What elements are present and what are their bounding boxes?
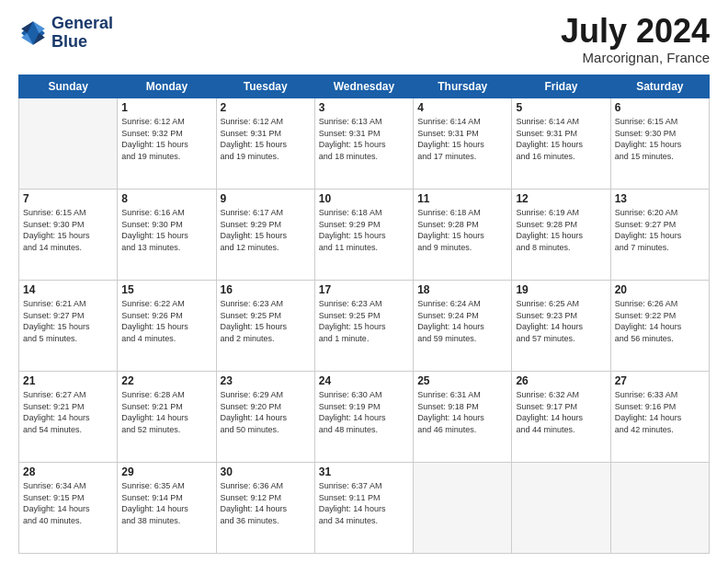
table-row: 3Sunrise: 6:13 AM Sunset: 9:31 PM Daylig… (314, 98, 413, 190)
table-row (19, 98, 118, 190)
logo-line1: General (51, 15, 113, 33)
day-number: 8 (121, 192, 211, 205)
cell-details: Sunrise: 6:16 AM Sunset: 9:30 PM Dayligh… (121, 207, 211, 253)
table-row: 10Sunrise: 6:18 AM Sunset: 9:29 PM Dayli… (314, 190, 413, 281)
day-number: 16 (221, 283, 311, 296)
cell-details: Sunrise: 6:15 AM Sunset: 9:30 PM Dayligh… (23, 207, 113, 253)
day-number: 23 (221, 374, 311, 387)
month-year: July 2024 (561, 15, 710, 48)
day-number: 11 (417, 192, 507, 205)
col-wednesday: Wednesday (314, 75, 413, 98)
calendar-week-row: 21Sunrise: 6:27 AM Sunset: 9:21 PM Dayli… (19, 372, 710, 463)
cell-details: Sunrise: 6:17 AM Sunset: 9:29 PM Dayligh… (221, 207, 311, 253)
day-number: 27 (615, 374, 705, 387)
table-row: 29Sunrise: 6:35 AM Sunset: 9:14 PM Dayli… (118, 463, 216, 554)
day-number: 7 (23, 192, 113, 205)
table-row: 17Sunrise: 6:23 AM Sunset: 9:25 PM Dayli… (314, 281, 413, 372)
table-row: 6Sunrise: 6:15 AM Sunset: 9:30 PM Daylig… (610, 98, 709, 190)
table-row: 5Sunrise: 6:14 AM Sunset: 9:31 PM Daylig… (512, 98, 610, 190)
table-row: 12Sunrise: 6:19 AM Sunset: 9:28 PM Dayli… (512, 190, 610, 281)
day-number: 3 (319, 101, 409, 114)
calendar-table: Sunday Monday Tuesday Wednesday Thursday… (18, 75, 710, 554)
day-number: 12 (516, 192, 606, 205)
cell-details: Sunrise: 6:22 AM Sunset: 9:26 PM Dayligh… (121, 298, 211, 344)
col-tuesday: Tuesday (216, 75, 314, 98)
cell-details: Sunrise: 6:31 AM Sunset: 9:18 PM Dayligh… (417, 389, 507, 435)
table-row: 23Sunrise: 6:29 AM Sunset: 9:20 PM Dayli… (216, 372, 314, 463)
cell-details: Sunrise: 6:18 AM Sunset: 9:29 PM Dayligh… (319, 207, 409, 253)
table-row: 24Sunrise: 6:30 AM Sunset: 9:19 PM Dayli… (314, 372, 413, 463)
day-number: 14 (23, 283, 113, 296)
cell-details: Sunrise: 6:12 AM Sunset: 9:32 PM Dayligh… (121, 116, 211, 162)
col-sunday: Sunday (19, 75, 118, 98)
day-number: 9 (221, 192, 311, 205)
cell-details: Sunrise: 6:32 AM Sunset: 9:17 PM Dayligh… (516, 389, 606, 435)
cell-details: Sunrise: 6:29 AM Sunset: 9:20 PM Dayligh… (221, 389, 311, 435)
day-number: 25 (417, 374, 507, 387)
day-number: 17 (319, 283, 409, 296)
table-row (512, 463, 610, 554)
table-row: 28Sunrise: 6:34 AM Sunset: 9:15 PM Dayli… (19, 463, 118, 554)
cell-details: Sunrise: 6:34 AM Sunset: 9:15 PM Dayligh… (23, 480, 113, 526)
calendar-week-row: 1Sunrise: 6:12 AM Sunset: 9:32 PM Daylig… (19, 98, 710, 190)
day-number: 19 (516, 283, 606, 296)
cell-details: Sunrise: 6:13 AM Sunset: 9:31 PM Dayligh… (319, 116, 409, 162)
cell-details: Sunrise: 6:12 AM Sunset: 9:31 PM Dayligh… (221, 116, 311, 162)
table-row: 15Sunrise: 6:22 AM Sunset: 9:26 PM Dayli… (118, 281, 216, 372)
day-number: 21 (23, 374, 113, 387)
table-row: 13Sunrise: 6:20 AM Sunset: 9:27 PM Dayli… (610, 190, 709, 281)
calendar-week-row: 7Sunrise: 6:15 AM Sunset: 9:30 PM Daylig… (19, 190, 710, 281)
table-row: 26Sunrise: 6:32 AM Sunset: 9:17 PM Dayli… (512, 372, 610, 463)
table-row: 22Sunrise: 6:28 AM Sunset: 9:21 PM Dayli… (118, 372, 216, 463)
cell-details: Sunrise: 6:36 AM Sunset: 9:12 PM Dayligh… (221, 480, 311, 526)
svg-marker-0 (21, 21, 45, 45)
table-row: 31Sunrise: 6:37 AM Sunset: 9:11 PM Dayli… (314, 463, 413, 554)
calendar-week-row: 14Sunrise: 6:21 AM Sunset: 9:27 PM Dayli… (19, 281, 710, 372)
cell-details: Sunrise: 6:14 AM Sunset: 9:31 PM Dayligh… (516, 116, 606, 162)
col-thursday: Thursday (414, 75, 512, 98)
col-friday: Friday (512, 75, 610, 98)
cell-details: Sunrise: 6:33 AM Sunset: 9:16 PM Dayligh… (615, 389, 705, 435)
table-row: 18Sunrise: 6:24 AM Sunset: 9:24 PM Dayli… (414, 281, 512, 372)
table-row: 25Sunrise: 6:31 AM Sunset: 9:18 PM Dayli… (414, 372, 512, 463)
day-number: 22 (121, 374, 211, 387)
table-row: 20Sunrise: 6:26 AM Sunset: 9:22 PM Dayli… (610, 281, 709, 372)
cell-details: Sunrise: 6:37 AM Sunset: 9:11 PM Dayligh… (319, 480, 409, 526)
day-number: 31 (319, 465, 409, 478)
calendar-week-row: 28Sunrise: 6:34 AM Sunset: 9:15 PM Dayli… (19, 463, 710, 554)
page: General Blue July 2024 Marcorignan, Fran… (0, 0, 728, 563)
col-monday: Monday (118, 75, 216, 98)
day-number: 18 (417, 283, 507, 296)
day-number: 6 (615, 101, 705, 114)
cell-details: Sunrise: 6:15 AM Sunset: 9:30 PM Dayligh… (615, 116, 705, 162)
logo-line2: Blue (51, 33, 113, 52)
table-row: 14Sunrise: 6:21 AM Sunset: 9:27 PM Dayli… (19, 281, 118, 372)
cell-details: Sunrise: 6:35 AM Sunset: 9:14 PM Dayligh… (121, 480, 211, 526)
cell-details: Sunrise: 6:19 AM Sunset: 9:28 PM Dayligh… (516, 207, 606, 253)
day-number: 2 (221, 101, 311, 114)
col-saturday: Saturday (610, 75, 709, 98)
day-number: 20 (615, 283, 705, 296)
cell-details: Sunrise: 6:21 AM Sunset: 9:27 PM Dayligh… (23, 298, 113, 344)
day-number: 1 (121, 101, 211, 114)
day-number: 13 (615, 192, 705, 205)
cell-details: Sunrise: 6:25 AM Sunset: 9:23 PM Dayligh… (516, 298, 606, 344)
cell-details: Sunrise: 6:18 AM Sunset: 9:28 PM Dayligh… (417, 207, 507, 253)
location: Marcorignan, France (561, 50, 710, 65)
day-number: 30 (221, 465, 311, 478)
logo-icon (18, 18, 48, 48)
title-block: July 2024 Marcorignan, France (561, 15, 710, 65)
cell-details: Sunrise: 6:14 AM Sunset: 9:31 PM Dayligh… (417, 116, 507, 162)
cell-details: Sunrise: 6:24 AM Sunset: 9:24 PM Dayligh… (417, 298, 507, 344)
calendar-header-row: Sunday Monday Tuesday Wednesday Thursday… (19, 75, 710, 98)
day-number: 15 (121, 283, 211, 296)
table-row (414, 463, 512, 554)
cell-details: Sunrise: 6:30 AM Sunset: 9:19 PM Dayligh… (319, 389, 409, 435)
cell-details: Sunrise: 6:20 AM Sunset: 9:27 PM Dayligh… (615, 207, 705, 253)
header: General Blue July 2024 Marcorignan, Fran… (18, 15, 710, 65)
table-row: 2Sunrise: 6:12 AM Sunset: 9:31 PM Daylig… (216, 98, 314, 190)
cell-details: Sunrise: 6:23 AM Sunset: 9:25 PM Dayligh… (221, 298, 311, 344)
table-row: 27Sunrise: 6:33 AM Sunset: 9:16 PM Dayli… (610, 372, 709, 463)
day-number: 10 (319, 192, 409, 205)
cell-details: Sunrise: 6:23 AM Sunset: 9:25 PM Dayligh… (319, 298, 409, 344)
